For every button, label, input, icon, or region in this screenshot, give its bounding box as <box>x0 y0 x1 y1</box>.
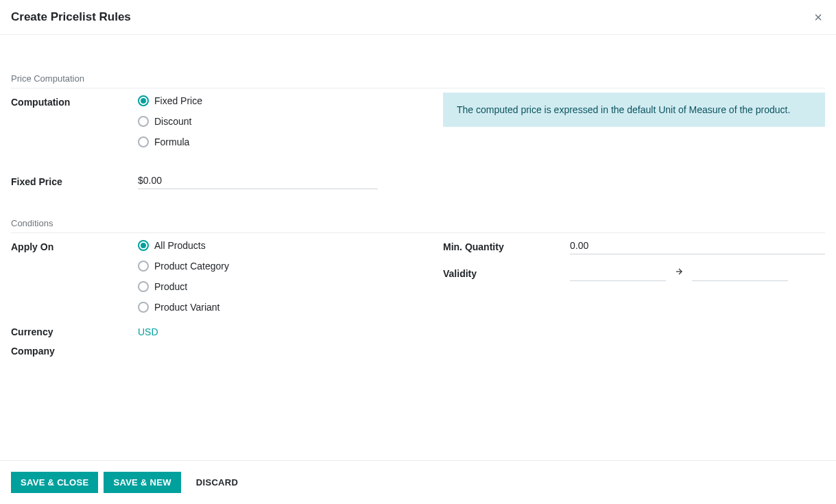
company-label: Company <box>11 341 138 357</box>
modal-footer: Save & Close Save & New Discard <box>0 460 836 504</box>
apply-on-label: Apply On <box>11 237 138 252</box>
currency-label: Currency <box>11 322 138 337</box>
section-conditions: Conditions <box>11 218 825 233</box>
conditions-row: Apply On All Products Product Category <box>11 237 825 361</box>
radio-product-variant[interactable]: Product Variant <box>138 302 416 313</box>
min-quantity-field: Min. Quantity <box>443 237 825 254</box>
modal-header: Create Pricelist Rules × <box>0 0 836 35</box>
radio-label: Product Variant <box>154 302 219 313</box>
modal-title: Create Pricelist Rules <box>11 10 131 24</box>
apply-on-field: Apply On All Products Product Category <box>11 237 416 313</box>
radio-label: All Products <box>154 240 206 251</box>
radio-icon <box>138 261 149 272</box>
fixed-price-field: Fixed Price <box>11 172 416 189</box>
radio-label: Formula <box>154 136 189 147</box>
currency-field: Currency USD <box>11 322 416 337</box>
info-message-box: The computed price is expressed in the d… <box>443 93 825 127</box>
save-new-button[interactable]: Save & New <box>104 472 180 493</box>
radio-icon <box>138 136 149 147</box>
apply-on-radio-group: All Products Product Category Product <box>138 237 416 313</box>
validity-label: Validity <box>443 264 570 279</box>
currency-value[interactable]: USD <box>138 322 158 337</box>
radio-product-category[interactable]: Product Category <box>138 261 416 272</box>
modal-body: Price Computation Computation Fixed Pric… <box>0 35 836 374</box>
radio-icon <box>138 240 149 251</box>
radio-label: Fixed Price <box>154 95 202 106</box>
radio-label: Product <box>154 281 187 292</box>
save-close-button[interactable]: Save & Close <box>11 472 98 493</box>
section-price-computation: Price Computation <box>11 73 825 88</box>
radio-formula[interactable]: Formula <box>138 136 416 147</box>
validity-field: Validity <box>443 264 825 281</box>
close-button[interactable]: × <box>811 10 825 24</box>
arrow-right-icon <box>674 267 684 278</box>
radio-discount[interactable]: Discount <box>138 116 416 127</box>
radio-all-products[interactable]: All Products <box>138 240 416 251</box>
close-icon: × <box>814 10 822 25</box>
validity-range <box>570 264 825 281</box>
radio-label: Product Category <box>154 261 229 272</box>
radio-fixed-price[interactable]: Fixed Price <box>138 95 416 106</box>
radio-product[interactable]: Product <box>138 281 416 292</box>
computation-label: Computation <box>11 93 138 108</box>
radio-icon <box>138 95 149 106</box>
fixed-price-label: Fixed Price <box>11 172 138 187</box>
radio-label: Discount <box>154 116 191 127</box>
min-quantity-input[interactable] <box>570 237 825 254</box>
price-computation-row: Computation Fixed Price Discount <box>11 93 825 193</box>
validity-start-input[interactable] <box>570 264 666 281</box>
radio-icon <box>138 116 149 127</box>
radio-icon <box>138 302 149 313</box>
radio-icon <box>138 281 149 292</box>
computation-field: Computation Fixed Price Discount <box>11 93 416 147</box>
company-field: Company <box>11 341 416 357</box>
min-quantity-label: Min. Quantity <box>443 237 570 252</box>
computation-radio-group: Fixed Price Discount Formula <box>138 93 416 147</box>
discard-button[interactable]: Discard <box>187 472 248 493</box>
validity-end-input[interactable] <box>692 264 788 281</box>
fixed-price-input[interactable] <box>138 172 378 189</box>
